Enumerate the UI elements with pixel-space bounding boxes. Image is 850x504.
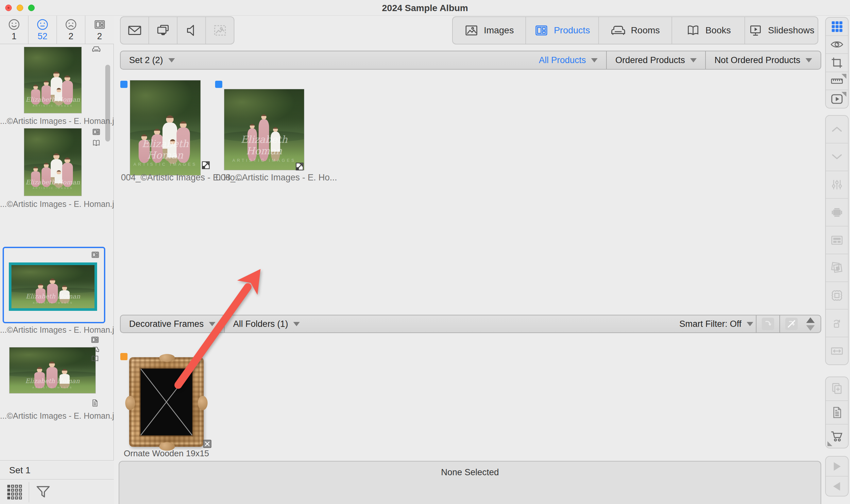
slideshow-icon xyxy=(748,23,763,38)
thumbnail-grid-icon[interactable] xyxy=(6,483,23,500)
sort-up-icon xyxy=(806,317,815,323)
product-checkbox[interactable] xyxy=(215,81,222,88)
sound-button[interactable] xyxy=(177,17,205,44)
exclude-icon[interactable] xyxy=(203,439,212,448)
play-slideshow-button[interactable] xyxy=(826,90,848,108)
books-badge-icon xyxy=(92,139,101,147)
products-frame-icon xyxy=(534,23,548,38)
frame-type-dropdown[interactable]: Decorative Frames xyxy=(121,316,224,332)
envelope-icon xyxy=(127,23,142,38)
frame-checkbox[interactable] xyxy=(120,353,127,360)
chevron-down-icon xyxy=(690,58,697,62)
triangle-left-icon xyxy=(830,480,844,493)
sort-order-control[interactable] xyxy=(806,317,815,331)
filter-sad-faces[interactable]: 2 xyxy=(57,16,85,44)
filter-all-products-dropdown[interactable]: All Products xyxy=(530,51,606,69)
filter-ordered-products-dropdown[interactable]: Ordered Products xyxy=(606,51,705,69)
rail-view-tools xyxy=(825,17,849,109)
set1-label: Set 1 xyxy=(9,465,31,475)
sidebar-thumbnail[interactable]: Elizabeth HomanARTISTIC IMAGES xyxy=(24,47,82,113)
selection-status-text: None Selected xyxy=(119,467,820,478)
forward-button[interactable] xyxy=(826,456,848,476)
teal-framed-thumbnail[interactable]: Elizabeth HomanARTISTIC IMAGES xyxy=(9,263,97,311)
sofa-icon xyxy=(611,23,626,38)
view-tabs: Images Products Rooms Books Slideshows xyxy=(452,16,818,44)
crop-icon xyxy=(830,56,844,69)
filter-neutral-faces[interactable]: 52 xyxy=(29,16,57,44)
sidebar-scrollbar[interactable] xyxy=(105,65,110,142)
tab-rooms[interactable]: Rooms xyxy=(598,17,671,44)
products-badge-icon xyxy=(92,127,101,136)
mat-button xyxy=(826,254,848,282)
composite-layout-button xyxy=(826,226,848,254)
image-sidebar: 1 52 2 2 Elizabeth HomanARTISTIC IMAGES … xyxy=(0,16,114,504)
tab-images[interactable]: Images xyxy=(453,17,525,44)
smart-filter-dropdown[interactable]: Smart Filter: Off xyxy=(671,316,756,332)
filter-happy-faces[interactable]: 1 xyxy=(0,16,29,44)
filter-all-products-label: All Products xyxy=(539,55,586,65)
email-button[interactable] xyxy=(121,17,148,44)
set1-section-header[interactable]: Set 1 xyxy=(0,460,114,479)
chevron-down-icon xyxy=(747,322,753,326)
order-report-button[interactable] xyxy=(826,400,848,424)
apply-frame-button xyxy=(756,316,779,332)
rotate-icon xyxy=(830,317,844,330)
product-thumbnail[interactable]: Elizabeth HomanARTISTIC IMAGES xyxy=(224,89,304,170)
back-button[interactable] xyxy=(826,476,848,496)
sidebar-thumbnail[interactable]: Elizabeth HomanARTISTIC IMAGES xyxy=(9,347,96,394)
book-icon xyxy=(686,23,700,38)
ruler-button[interactable] xyxy=(826,72,848,90)
thumbnail-view-button[interactable] xyxy=(826,18,848,35)
product-label: 004_©Artistic Images - E. Ho... xyxy=(121,173,213,183)
flip-horizontal-icon xyxy=(830,344,844,358)
set-selector-dropdown[interactable]: Set 2 (2) xyxy=(121,51,183,69)
media-toolbar xyxy=(120,16,234,44)
window-title: 2024 Sample Album xyxy=(0,3,850,13)
divider xyxy=(29,482,29,502)
sidebar-thumbnail-label: ...©Artistic Images - E. Homan.jpg xyxy=(0,199,114,209)
adjustments-button xyxy=(826,170,848,198)
preview-button[interactable] xyxy=(826,35,848,54)
tab-books[interactable]: Books xyxy=(671,17,745,44)
curved-arrow-slash-icon xyxy=(786,319,796,329)
filter-not-ordered-products-dropdown[interactable]: Not Ordered Products xyxy=(705,51,820,69)
submenu-corner-icon xyxy=(828,441,832,446)
sidebar-thumbnail[interactable]: Elizabeth HomanARTISTIC IMAGES xyxy=(24,128,82,196)
filter-funnel-icon[interactable] xyxy=(35,483,52,501)
tab-slideshows[interactable]: Slideshows xyxy=(744,17,818,44)
curved-arrow-icon xyxy=(763,319,773,329)
decorative-frames-bar: Decorative Frames All Folders (1) Smart … xyxy=(120,315,821,333)
product-thumbnail[interactable]: Elizabeth HomanARTISTIC IMAGES xyxy=(130,80,201,176)
sort-down-icon xyxy=(806,325,815,331)
rating-counts-bar: 1 52 2 2 xyxy=(0,16,114,44)
shopping-cart-button[interactable] xyxy=(826,424,848,448)
rooms-badge-icon xyxy=(92,45,101,54)
decorative-frame-icon xyxy=(830,288,844,303)
sad-count: 2 xyxy=(68,31,73,41)
chevron-down-icon xyxy=(806,58,812,62)
presentation-display-button[interactable] xyxy=(148,17,177,44)
filter-products[interactable]: 2 xyxy=(85,16,114,44)
folders-label: All Folders (1) xyxy=(233,319,288,329)
tab-rooms-label: Rooms xyxy=(631,25,660,36)
crop-button[interactable] xyxy=(826,53,848,72)
product-label: 008_©Artistic Images - E. Ho... xyxy=(216,173,307,183)
neutral-face-icon xyxy=(36,18,49,31)
expand-icon[interactable] xyxy=(201,161,210,169)
chevron-down-icon xyxy=(293,322,300,326)
layout-icon xyxy=(830,233,844,247)
expand-icon[interactable] xyxy=(295,162,304,171)
gallery-wrap-icon xyxy=(830,205,844,219)
document-badge-icon xyxy=(91,399,99,407)
ornate-frame-thumbnail[interactable] xyxy=(129,357,204,447)
sidebar-tools-bar xyxy=(0,479,114,504)
set-selector-label: Set 2 (2) xyxy=(129,55,163,65)
products-frame-icon xyxy=(93,18,106,31)
submenu-corner-icon xyxy=(842,92,846,97)
folders-dropdown[interactable]: All Folders (1) xyxy=(224,316,308,332)
products-count: 2 xyxy=(97,31,102,41)
product-checkbox[interactable] xyxy=(120,81,127,88)
submenu-corner-icon xyxy=(842,74,846,79)
sidebar-thumbnail-label: ...©Artistic Images - E. Homan.jpg xyxy=(0,116,114,126)
tab-products[interactable]: Products xyxy=(525,17,599,44)
